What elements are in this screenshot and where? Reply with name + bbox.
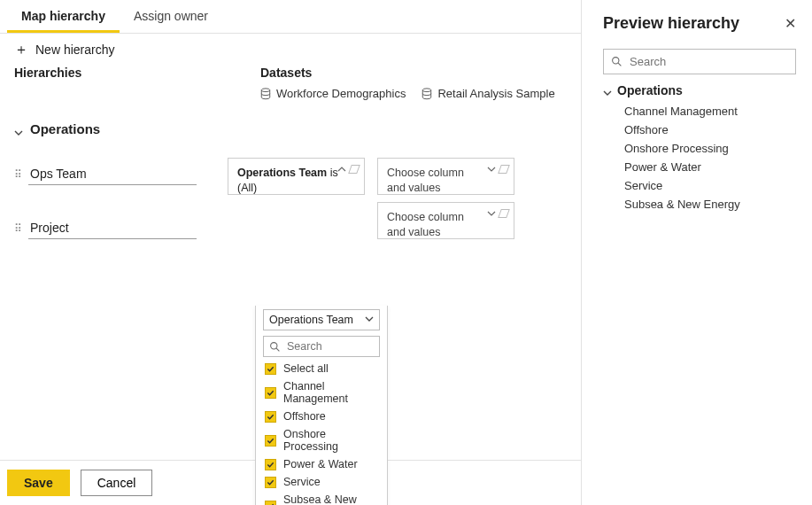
svg-point-1	[423, 88, 431, 91]
datasets-header: Datasets	[260, 62, 567, 87]
close-icon[interactable]: ✕	[785, 15, 796, 32]
dropdown-option[interactable]: Service	[265, 476, 378, 488]
search-icon	[269, 341, 281, 353]
preview-search[interactable]	[603, 49, 796, 74]
svg-point-0	[261, 88, 269, 91]
checkbox-checked-icon[interactable]	[265, 435, 276, 447]
hierarchy-name: Operations	[30, 121, 100, 136]
drag-handle-icon[interactable]: ⠿	[14, 168, 21, 181]
choose-col-line1: Choose column	[387, 211, 464, 223]
choose-column-box-row1[interactable]: Choose column and values	[377, 158, 514, 195]
column-values-dropdown: Operations Team Select allChannel Manage…	[255, 306, 388, 505]
chevron-down-icon	[603, 86, 612, 95]
choose-col-line2: and values	[387, 226, 440, 238]
dropdown-option-label: Select all	[283, 362, 329, 375]
dataset-label: Workforce Demographics	[276, 87, 406, 100]
checkbox-checked-icon[interactable]	[265, 477, 276, 488]
chevron-down-icon	[365, 314, 374, 326]
clear-icon[interactable]	[499, 164, 508, 177]
col-box-title-line1: Operations Team	[237, 167, 327, 179]
level-row: ⠿	[14, 217, 213, 239]
dataset-item[interactable]: Workforce Demographics	[260, 87, 406, 100]
dropdown-search-input[interactable]	[285, 339, 374, 354]
preview-tree-item[interactable]: Service	[624, 179, 796, 192]
datasets-list: Workforce DemographicsRetail Analysis Sa…	[260, 87, 567, 107]
new-hierarchy-label: New hierarchy	[35, 43, 114, 57]
checkbox-checked-icon[interactable]	[265, 387, 276, 399]
preview-tree-item[interactable]: Onshore Processing	[624, 142, 796, 155]
plus-icon: ＋	[14, 43, 28, 57]
dropdown-option[interactable]: Select all	[265, 362, 378, 375]
dropdown-option-label: Service	[283, 476, 321, 488]
clear-icon[interactable]	[350, 164, 359, 177]
level-name-input[interactable]	[28, 163, 197, 185]
preview-pane: Preview hierarchy ✕ Operations Channel M…	[582, 0, 812, 505]
tabs-bar: Map hierarchy Assign owner	[0, 0, 581, 34]
choose-col-line2: and values	[387, 182, 440, 194]
svg-point-2	[271, 342, 277, 348]
column-select-value: Operations Team	[269, 314, 353, 326]
search-icon	[611, 56, 623, 67]
column-value-selector-ops-team[interactable]: Operations Team is (All)	[228, 158, 365, 195]
dropdown-search[interactable]	[263, 336, 380, 357]
dataset-item[interactable]: Retail Analysis Sample	[421, 87, 554, 100]
checkbox-checked-icon[interactable]	[265, 411, 276, 423]
preview-root-label: Operations	[617, 83, 683, 97]
level-name-input[interactable]	[28, 217, 197, 239]
checkbox-checked-icon[interactable]	[265, 363, 276, 375]
dropdown-option-label: Subsea & New Energy	[283, 493, 378, 505]
dropdown-option[interactable]: Channel Management	[265, 380, 378, 405]
dataset-icon	[260, 88, 271, 100]
chevron-down-icon[interactable]	[487, 208, 496, 221]
dropdown-option-label: Power & Water	[283, 458, 358, 470]
dropdown-option[interactable]: Subsea & New Energy	[265, 493, 378, 505]
preview-tree-root[interactable]: Operations	[603, 83, 796, 97]
chevron-down-icon	[14, 125, 23, 134]
save-button[interactable]: Save	[7, 470, 70, 496]
checkbox-checked-icon[interactable]	[265, 459, 276, 470]
new-hierarchy-button[interactable]: ＋ New hierarchy	[14, 43, 114, 57]
hierarchies-header: Hierarchies	[14, 62, 246, 87]
column-select[interactable]: Operations Team	[263, 309, 380, 330]
dropdown-option-label: Offshore	[283, 410, 326, 423]
dropdown-option-label: Channel Management	[283, 380, 378, 405]
dataset-icon	[421, 88, 432, 100]
drag-handle-icon[interactable]: ⠿	[14, 222, 21, 235]
tab-map-hierarchy[interactable]: Map hierarchy	[7, 0, 120, 33]
preview-tree-item[interactable]: Offshore	[624, 123, 796, 136]
dropdown-option[interactable]: Onshore Processing	[265, 428, 378, 453]
checkbox-checked-icon[interactable]	[265, 501, 276, 506]
preview-title: Preview hierarchy	[603, 14, 739, 33]
dropdown-option[interactable]: Power & Water	[265, 458, 378, 470]
choose-col-line1: Choose column	[387, 167, 464, 179]
hierarchy-toggle[interactable]: Operations	[14, 121, 567, 136]
svg-point-4	[613, 58, 619, 64]
clear-icon[interactable]	[499, 208, 508, 221]
preview-tree-item[interactable]: Channel Management	[624, 105, 796, 118]
choose-column-box-row2[interactable]: Choose column and values	[377, 202, 514, 239]
chevron-down-icon[interactable]	[487, 164, 496, 177]
preview-tree-item[interactable]: Subsea & New Energy	[624, 198, 796, 211]
dropdown-option[interactable]: Offshore	[265, 410, 378, 423]
svg-line-3	[276, 348, 279, 351]
dropdown-option-label: Onshore Processing	[283, 428, 378, 453]
level-row: ⠿	[14, 163, 213, 185]
dataset-label: Retail Analysis Sample	[437, 87, 554, 100]
tab-assign-owner[interactable]: Assign owner	[120, 0, 222, 33]
cancel-button[interactable]: Cancel	[81, 470, 153, 496]
preview-tree-item[interactable]: Power & Water	[624, 160, 796, 174]
chevron-up-icon[interactable]	[337, 164, 346, 177]
preview-search-input[interactable]	[628, 54, 788, 69]
svg-line-5	[618, 63, 621, 66]
